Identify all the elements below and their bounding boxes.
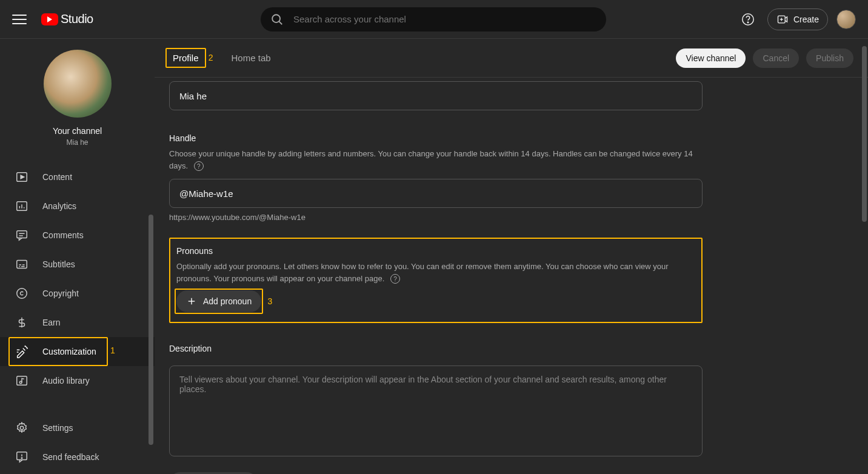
handle-description: Choose your unique handle by adding lett…: [169, 148, 703, 172]
svg-marker-8: [21, 175, 24, 179]
copyright-icon: [15, 286, 29, 301]
search-bar[interactable]: [261, 7, 606, 32]
sidebar-item-label: Send feedback: [42, 452, 99, 462]
sidebar-item-label: Copyright: [42, 289, 79, 298]
sidebar-item-audio-library[interactable]: Audio library: [0, 366, 155, 395]
svg-point-0: [272, 15, 280, 22]
create-button[interactable]: Create: [767, 8, 828, 30]
avatar[interactable]: [836, 10, 856, 29]
tab-profile[interactable]: Profile: [169, 52, 202, 64]
cancel-button: Cancel: [753, 48, 799, 68]
sidebar-item-feedback[interactable]: Send feedback: [0, 442, 155, 472]
search-icon: [270, 13, 284, 26]
sidebar-item-settings[interactable]: Settings: [0, 413, 155, 442]
gear-icon: [15, 421, 29, 435]
sidebar-item-content[interactable]: Content: [0, 162, 155, 192]
sidebar-item-customization[interactable]: Customization: [0, 337, 155, 366]
studio-logo[interactable]: Studio: [41, 12, 93, 26]
customization-icon: [15, 344, 29, 359]
sidebar-item-label: Audio library: [42, 376, 90, 386]
audio-library-icon: [15, 373, 29, 388]
subtitles-icon: [15, 257, 29, 272]
description-label: Description: [169, 344, 703, 353]
youtube-icon: [41, 13, 58, 25]
sidebar-item-analytics[interactable]: Analytics: [0, 192, 155, 221]
menu-icon[interactable]: [12, 12, 27, 27]
add-pronoun-button[interactable]: Add pronoun: [176, 290, 261, 312]
logo-text: Studio: [61, 12, 93, 26]
sidebar-scrollbar[interactable]: [149, 215, 153, 445]
sidebar-item-label: Earn: [42, 318, 61, 327]
svg-line-1: [279, 21, 282, 24]
sidebar-item-earn[interactable]: Earn: [0, 308, 155, 337]
content-icon: [15, 170, 29, 184]
help-icon[interactable]: [737, 8, 759, 30]
help-icon[interactable]: ?: [390, 274, 400, 284]
callout-1: 1: [110, 345, 115, 355]
channel-avatar[interactable]: [44, 50, 112, 118]
sidebar-item-label: Content: [42, 172, 72, 182]
handle-label: Handle: [169, 133, 703, 143]
publish-button: Publish: [806, 48, 853, 68]
sidebar-item-copyright[interactable]: Copyright: [0, 279, 155, 308]
view-channel-button[interactable]: View channel: [676, 48, 746, 68]
svg-point-21: [17, 289, 27, 299]
svg-point-24: [20, 426, 24, 430]
plus-icon: [186, 296, 197, 307]
handle-url: https://www.youtube.com/@Miahe-w1e: [169, 213, 703, 222]
svg-point-3: [747, 22, 748, 22]
sidebar-item-label: Comments: [42, 230, 84, 240]
help-icon[interactable]: ?: [194, 161, 204, 171]
svg-rect-16: [17, 261, 27, 269]
create-icon: [776, 13, 789, 25]
callout-2: 2: [209, 53, 213, 62]
earn-icon: [15, 315, 29, 330]
comments-icon: [15, 228, 29, 242]
description-field[interactable]: [169, 366, 703, 456]
svg-rect-13: [17, 231, 27, 238]
pronouns-label: Pronouns: [176, 246, 695, 256]
analytics-icon: [15, 199, 29, 213]
channel-name: Mia he: [66, 138, 88, 147]
handle-field[interactable]: [169, 179, 703, 208]
sidebar-item-subtitles[interactable]: Subtitles: [0, 250, 155, 279]
sidebar-item-label: Subtitles: [42, 259, 75, 269]
pronouns-description: Optionally add your pronouns. Let others…: [176, 261, 695, 284]
callout-3: 3: [267, 296, 272, 306]
content-scrollbar[interactable]: [862, 46, 867, 222]
tab-home[interactable]: Home tab: [228, 52, 275, 64]
sidebar-item-label: Analytics: [42, 201, 76, 211]
feedback-icon: [15, 450, 29, 464]
create-label: Create: [793, 15, 819, 24]
search-input[interactable]: [293, 14, 596, 24]
svg-point-27: [21, 458, 22, 458]
name-field[interactable]: [169, 81, 703, 110]
sidebar-item-label: Settings: [42, 423, 73, 433]
sidebar-item-label: Customization: [42, 347, 96, 356]
sidebar-item-comments[interactable]: Comments: [0, 221, 155, 250]
channel-label: Your channel: [53, 126, 102, 136]
